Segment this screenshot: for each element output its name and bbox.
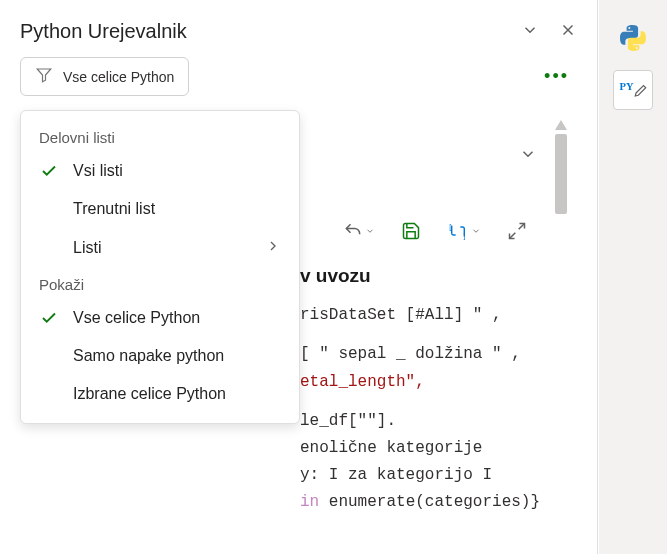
check-icon: [39, 162, 59, 180]
dropdown-item-python-errors[interactable]: Samo napake python: [21, 337, 299, 375]
dropdown-item-current-sheet[interactable]: Trenutni list: [21, 190, 299, 228]
right-rail: PY: [599, 0, 667, 554]
scrollbar[interactable]: [555, 120, 567, 520]
filter-label: Vse celice Python: [63, 69, 174, 85]
check-icon: [39, 309, 59, 327]
more-options-button[interactable]: •••: [536, 62, 577, 91]
dropdown-item-selected-python-cells[interactable]: Izbrane celice Python: [21, 375, 299, 413]
dropdown-item-label: Trenutni list: [73, 200, 155, 218]
section-collapse-chevron[interactable]: [519, 145, 537, 166]
dropdown-item-label: Vsi listi: [73, 162, 123, 180]
dropdown-item-label: Vse celice Python: [73, 309, 200, 327]
python-logo-icon[interactable]: [613, 18, 653, 58]
dropdown-item-label: Listi: [73, 239, 101, 257]
collapse-panel-chevron[interactable]: [521, 21, 539, 42]
dropdown-item-label: Izbrane celice Python: [73, 385, 226, 403]
dropdown-item-all-python-cells[interactable]: Vse celice Python: [21, 299, 299, 337]
python-editor-rail-button[interactable]: PY: [613, 70, 653, 110]
undo-button[interactable]: [343, 221, 375, 241]
dropdown-item-all-sheets[interactable]: Vsi listi: [21, 152, 299, 190]
expand-button[interactable]: [507, 221, 527, 241]
svg-text:PY: PY: [620, 81, 634, 92]
dropdown-item-sheets-submenu[interactable]: Listi: [21, 228, 299, 268]
dropdown-section-worksheets: Delovni listi: [21, 121, 299, 152]
reference-button[interactable]: []: [447, 221, 481, 241]
code-section-heading: v uvozu: [300, 260, 557, 292]
filter-button[interactable]: Vse celice Python: [20, 57, 189, 96]
panel-header: Python Urejevalnik: [0, 0, 597, 57]
svg-text:]: ]: [464, 232, 466, 240]
chevron-right-icon: [265, 238, 281, 258]
filter-dropdown: Delovni listi Vsi listi Trenutni list Li…: [20, 110, 300, 424]
code-editor[interactable]: v uvozu risDataSet [#All] " , [ " sepal …: [300, 260, 557, 517]
save-button[interactable]: [401, 221, 421, 241]
scrollbar-thumb[interactable]: [555, 134, 567, 214]
dropdown-section-show: Pokaži: [21, 268, 299, 299]
svg-marker-2: [37, 69, 51, 82]
panel-title: Python Urejevalnik: [20, 20, 521, 43]
cell-toolbar: []: [300, 215, 537, 247]
svg-text:[: [: [449, 223, 451, 231]
svg-line-5: [519, 224, 525, 230]
funnel-icon: [35, 66, 53, 87]
dropdown-item-label: Samo napake python: [73, 347, 224, 365]
svg-line-6: [510, 233, 516, 239]
scroll-up-arrow[interactable]: [555, 120, 567, 130]
close-panel-icon[interactable]: [559, 21, 577, 42]
